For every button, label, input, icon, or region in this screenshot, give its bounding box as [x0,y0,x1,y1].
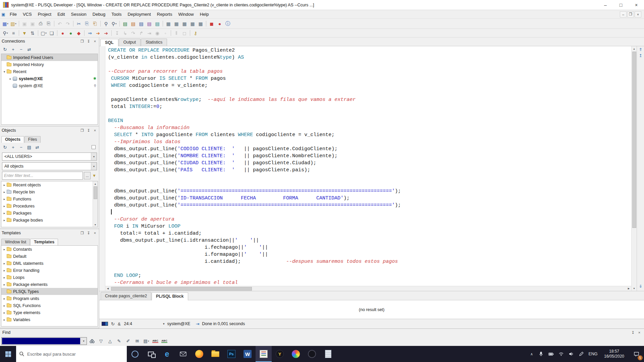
connections-swap-icon[interactable]: ⇄ [25,46,33,53]
tab-statistics[interactable]: Statistics [141,39,167,46]
menu-tools[interactable]: Tools [108,10,124,18]
file-explorer-taskbar-button[interactable] [207,346,223,362]
pin-icon[interactable]: ↧ [631,330,635,335]
object-item-package-bodies[interactable]: ▸Package bodies [1,217,98,224]
expand-icon[interactable]: ▸ [2,262,6,265]
language-indicator[interactable]: ENG [586,352,600,356]
highlight-icon[interactable]: ✎ [115,337,123,345]
refresh-icon[interactable]: ↻ [1,46,9,53]
pen-icon[interactable] [576,346,586,362]
object-item-procedures[interactable]: ▸Procedures [1,202,98,209]
run-script-icon[interactable]: ⇒ [86,29,94,37]
execute-icon[interactable]: ● [59,29,67,37]
dark-app-taskbar-button[interactable] [304,346,320,362]
network-wifi-icon[interactable] [556,346,566,362]
objects-scrollbar[interactable]: ▲ ▼ [93,181,98,227]
find-icon[interactable]: ⚲ [102,20,110,27]
task-view-taskbar-button[interactable] [143,346,159,362]
funnel-icon[interactable]: ▼ [92,173,97,178]
report-window-icon[interactable]: ▤ [145,20,153,27]
action-center-button[interactable]: 5 [629,346,644,362]
dropdown-icon[interactable]: ▾ [163,322,165,325]
horizontal-scrollbar[interactable]: ◀ ▶ [105,286,631,291]
firefox-taskbar-button[interactable] [191,346,207,362]
diagram-window-icon[interactable]: ▤ [153,20,161,27]
tab-output[interactable]: Output [119,39,141,46]
object-item-functions[interactable]: ▸Functions [1,195,98,202]
menu-deployment[interactable]: Deployment [124,10,154,18]
user-filter-select[interactable]: <ALL USERS> ▾ [2,153,97,161]
menu-file[interactable]: File [7,10,20,18]
stop-execution-icon[interactable]: ◼ [208,20,216,27]
mdi-close-button[interactable]: × [635,11,641,17]
sql-window-icon[interactable]: ▤ [121,20,129,27]
dropdown-icon[interactable]: ▾ [80,338,87,345]
command-window-icon[interactable]: ▤ [137,20,145,27]
start-button[interactable] [0,346,16,362]
scroll-up-icon[interactable]: ▲ [632,46,637,51]
template-item-loops[interactable]: ▸Loops [1,274,98,281]
duplicate-item-icon[interactable]: ❏ [48,29,56,37]
volume-icon[interactable] [566,346,576,362]
dock-icon[interactable]: ❐ [80,128,85,133]
panel-close-icon[interactable]: × [93,128,97,133]
expand-icon[interactable]: ▸ [2,276,6,279]
maximize-button[interactable]: □ [613,0,629,10]
battery-icon[interactable] [546,346,556,362]
word-taskbar-button[interactable]: W [239,346,256,362]
auto-refresh-icon[interactable]: ↻ [111,321,115,326]
run-current-icon[interactable]: ➔ [94,29,102,37]
help-icon[interactable]: ⓘ [224,20,232,27]
mdi-restore-button[interactable]: ❐ [627,11,634,17]
tab-create-pagos-cliente2[interactable]: Create pagos_cliente2 [101,292,151,300]
menu-reports[interactable]: Reports [154,10,175,18]
scroll-right-icon[interactable]: ▶ [626,286,631,291]
tray-chevron-up-icon[interactable]: ∧ [527,352,536,356]
previous-marker-icon[interactable]: ↥ [639,53,642,59]
menu-debug[interactable]: Debug [90,10,108,18]
template-item-variables[interactable]: ▸Variables [1,316,98,323]
connection-item-system-xe[interactable]: ▸system@XE✱ [1,75,98,82]
print-icon[interactable]: ⎙ [37,20,45,27]
expand-icon[interactable]: ▸ [2,204,6,208]
objects-checkbox[interactable] [92,145,96,149]
browser-list-icon[interactable]: ≡ [9,29,17,37]
expand-icon[interactable]: ▸ [2,297,6,300]
expand-icon[interactable]: ▸ [2,197,6,201]
menu-project[interactable]: Project [35,10,54,18]
scrollbar-thumb[interactable] [111,287,252,291]
menu-help[interactable]: Help [197,10,212,18]
expand-icon[interactable]: ▸ [2,318,6,321]
new-window-icon[interactable]: ▦▾ [1,20,9,27]
expand-icon[interactable]: ▸ [2,190,6,194]
plsql-developer-taskbar-button[interactable] [256,346,272,362]
execute-commit-icon[interactable]: ● [67,29,75,37]
close-button[interactable]: × [629,0,644,10]
expand-icon[interactable]: ▸ [8,77,12,80]
match-case-icon[interactable]: ABC [161,339,167,343]
edge-taskbar-button[interactable]: e [159,346,175,362]
find-icon[interactable] [88,337,96,345]
table-list-icon[interactable]: ▦ [164,20,172,27]
scrollbar-thumb[interactable] [94,186,97,199]
dropdown-icon[interactable]: ▾ [91,153,97,160]
object-item-packages[interactable]: ▸Packages [1,209,98,217]
expand-icon[interactable]: ▸ [2,212,6,215]
media-app-taskbar-button[interactable] [288,346,304,362]
connection-item-imported-fixed-users[interactable]: Imported Fixed Users [1,54,98,61]
describe-icon[interactable]: ▤ [25,144,33,150]
open-file-icon[interactable]: ▨▾ [9,20,17,27]
connection-item-system-xe[interactable]: system @XE⚲ [1,82,98,89]
object-item-recycle-bin[interactable]: ▸Recycle bin [1,188,98,195]
menu-session[interactable]: Session [68,10,90,18]
tab-plsql-block[interactable]: PL/SQL Block [152,292,188,300]
filter-results-icon[interactable]: ▼ [20,29,29,37]
menu-edit[interactable]: Edit [54,10,68,18]
dock-icon[interactable]: ❐ [80,39,85,44]
connection-item-imported-history[interactable]: Imported History [1,61,98,68]
code-editor[interactable]: CREATE OR REPLACE PROCEDURE Pagos_Client… [105,46,631,286]
session-mode-icon[interactable]: & [118,321,121,326]
remove-connection-icon[interactable]: − [17,46,25,53]
page-setup-icon[interactable]: ⎘ [45,20,53,27]
scroll-down-icon[interactable]: ▼ [93,222,98,227]
